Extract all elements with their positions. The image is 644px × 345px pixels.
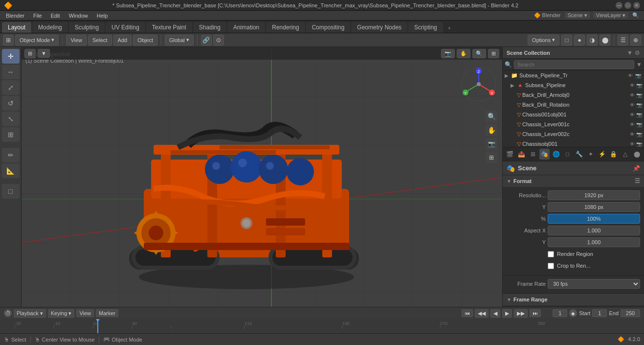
proportional-btn[interactable]: ⊙ [213, 35, 224, 46]
outliner-item-5[interactable]: ▶ ▽ Chassis_Lever001c 👁 📷 [503, 119, 644, 129]
measure-tool-btn[interactable]: 📐 [2, 163, 20, 178]
prop-tab-data[interactable]: △ [620, 149, 631, 160]
zoom-out-btn[interactable]: ✋ [486, 124, 497, 136]
cursor-tool-btn[interactable]: ✛ [2, 49, 20, 64]
viewport-shading-material[interactable]: ◑ [587, 35, 598, 46]
prop-tab-constraints[interactable]: 🔒 [608, 149, 619, 160]
viewport[interactable]: ⊞ ▼ 📷 ✋ 🔍 ⊞ User Perspective (1) Scene C… [22, 47, 502, 319]
resolution-pct-input[interactable] [548, 214, 640, 224]
tab-animation[interactable]: Animation [227, 22, 265, 33]
outliner-item-1[interactable]: ▶ 🔺 Subsea_Pipeline 👁 📷 [503, 80, 644, 90]
play-back-btn[interactable]: ◀ [490, 309, 500, 318]
jump-start-btn[interactable]: ⏮ [462, 309, 473, 317]
item5-eye-icon[interactable]: 👁 [630, 122, 635, 127]
viewport-zoom-btn[interactable]: 🔍 [472, 49, 486, 58]
item3-eye-icon[interactable]: 👁 [630, 102, 635, 108]
outliner-settings-icon[interactable]: ⚙ [635, 49, 640, 56]
menu-file[interactable]: File [29, 12, 46, 20]
select-tool-btn[interactable]: ↔ [2, 65, 20, 79]
tab-rendering[interactable]: Rendering [266, 22, 305, 33]
timeline-track[interactable]: -30 -10 10 30 110 190 270 350 [0, 319, 644, 334]
prop-tab-render[interactable]: 🎬 [505, 149, 515, 160]
view-btn[interactable]: View [76, 309, 94, 317]
prev-frame-btn[interactable]: ◀◀ [475, 309, 489, 318]
keying-btn[interactable]: Keying ▾ [48, 309, 75, 318]
select-menu-btn[interactable]: Select [88, 35, 112, 46]
menu-edit[interactable]: Edit [47, 12, 64, 20]
navigation-gizmo[interactable]: Z X Y [459, 65, 498, 104]
grid-btn[interactable]: ⊞ [3, 35, 14, 46]
menu-help[interactable]: Help [93, 12, 112, 20]
close-button[interactable]: ✕ [633, 2, 640, 9]
frame-range-header[interactable]: ▼ Frame Range [503, 294, 644, 305]
tab-geometry-nodes[interactable]: Geometry Nodes [351, 22, 407, 33]
viewport-hand-btn[interactable]: ✋ [457, 49, 470, 58]
tab-shading[interactable]: Shading [193, 22, 226, 33]
item0-eye-icon[interactable]: 👁 [628, 73, 633, 78]
add-workspace-button[interactable]: + [444, 23, 455, 33]
move-tool-btn[interactable]: ⤢ [2, 80, 20, 95]
item4-render-icon[interactable]: 📷 [636, 112, 642, 117]
object-menu-btn[interactable]: Object [133, 35, 157, 46]
item1-eye-icon[interactable]: 👁 [630, 83, 635, 88]
object-mode-btn[interactable]: Object Mode ▾ [15, 35, 59, 46]
current-frame-input[interactable] [553, 309, 567, 317]
rotate-tool-btn[interactable]: ↺ [2, 96, 20, 111]
outliner-item-2[interactable]: ▶ ▽ Back_Drill_Armobj0 👁 📷 [503, 90, 644, 100]
snap-btn[interactable]: 🔗 [201, 35, 212, 46]
tab-compositing[interactable]: Compositing [306, 22, 351, 33]
viewport-shading-solid[interactable]: ● [574, 35, 585, 46]
timeline-clock-icon[interactable]: ⏱ [4, 309, 12, 317]
resolution-y-input[interactable] [548, 202, 640, 212]
render-region-checkbox[interactable] [548, 251, 554, 257]
minimize-button[interactable]: — [616, 2, 622, 9]
menu-window[interactable]: Window [65, 12, 92, 20]
marker-btn[interactable]: Marker [96, 309, 118, 317]
prop-tab-world[interactable]: 🌐 [551, 149, 561, 160]
add-menu-btn[interactable]: Add [113, 35, 132, 46]
aspect-y-input[interactable] [548, 237, 640, 247]
playback-btn[interactable]: Playback ▾ [14, 309, 46, 318]
prop-pin-btn[interactable]: 📌 [633, 165, 640, 172]
prop-tab-output[interactable]: 📤 [516, 149, 527, 160]
transform-btn[interactable]: Global ▾ [165, 35, 194, 46]
outliner-item-7[interactable]: ▶ ▽ Chassisobj001 👁 📷 [503, 139, 644, 147]
tab-texture-paint[interactable]: Texture Paint [146, 22, 192, 33]
prop-tab-view-layer[interactable]: ⊞ [528, 149, 538, 160]
next-frame-btn[interactable]: ▶▶ [514, 309, 528, 318]
item4-eye-icon[interactable]: 👁 [630, 112, 635, 117]
tab-scripting[interactable]: Scripting [408, 22, 443, 33]
tab-layout[interactable]: Layout [2, 22, 31, 33]
outliner-item-4[interactable]: ▶ ▽ Chassis001obj001 👁 📷 [503, 110, 644, 119]
gizmo-btn[interactable]: ⊕ [630, 35, 641, 46]
crop-checkbox[interactable] [548, 263, 554, 269]
outliner-item-6[interactable]: ▶ ▽ Chassis_Lever002c 👁 📷 [503, 129, 644, 139]
filter-icon[interactable]: ▼ [636, 61, 642, 68]
item6-eye-icon[interactable]: 👁 [630, 132, 635, 137]
options-btn[interactable]: Options ▾ [528, 35, 559, 46]
outliner-item-3[interactable]: ▶ ▽ Back_Drill_Rotation 👁 📷 [503, 100, 644, 110]
prop-tab-scene[interactable]: 🎭 [539, 149, 550, 160]
tab-modeling[interactable]: Modeling [32, 22, 68, 33]
tab-uv-editing[interactable]: UV Editing [106, 22, 145, 33]
scene-selector[interactable]: Scene ▾ [565, 12, 590, 19]
menu-blender[interactable]: Blender [2, 12, 28, 20]
prop-tab-object[interactable]: □ [562, 149, 573, 160]
tab-sculpting[interactable]: Sculpting [69, 22, 105, 33]
viewport-mode-btn[interactable]: ▼ [38, 49, 50, 58]
item7-render-icon[interactable]: 📷 [636, 141, 642, 147]
item1-render-icon[interactable]: 📷 [636, 83, 642, 88]
end-frame-input[interactable] [621, 309, 640, 317]
item6-render-icon[interactable]: 📷 [636, 132, 642, 137]
annotate-tool-btn[interactable]: ✏ [2, 148, 20, 162]
scale-tool-btn[interactable]: ⤡ [2, 112, 20, 126]
add-cube-btn[interactable]: □ [2, 184, 20, 199]
maximize-button[interactable]: □ [624, 2, 631, 9]
outliner-item-0[interactable]: ▶ 📁 Subsea_Pipeline_Tr 👁 📷 [503, 70, 644, 80]
prop-tab-physics[interactable]: ⚡ [597, 149, 608, 160]
resolution-x-input[interactable] [548, 190, 640, 200]
item5-render-icon[interactable]: 📷 [636, 122, 642, 127]
outliner-search-input[interactable] [514, 60, 634, 69]
item3-render-icon[interactable]: 📷 [636, 102, 642, 108]
prop-tab-material[interactable]: ⬤ [631, 149, 642, 160]
